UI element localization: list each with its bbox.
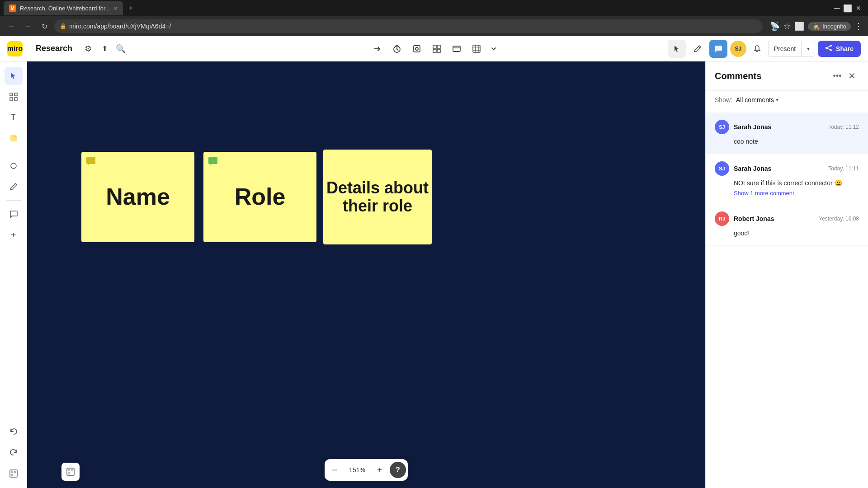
sidebar-tool-shape[interactable] <box>5 157 23 175</box>
tab-title: Research, Online Whiteboard for... <box>20 5 110 12</box>
sidebar-bottom <box>5 423 23 483</box>
zoom-controls: − 151% + ? <box>325 459 408 481</box>
sticky-comment-icon-name <box>86 156 96 169</box>
miro-logo-icon[interactable]: miro <box>7 41 23 56</box>
toolbar-center <box>368 39 500 58</box>
export-button[interactable]: ⬆ <box>96 41 113 57</box>
sidebar-tool-text[interactable]: T <box>5 108 23 127</box>
svg-rect-7 <box>453 46 460 52</box>
sidebar-tool-frames[interactable] <box>5 88 23 106</box>
svg-point-10 <box>826 47 827 49</box>
comment-body-c2: NOt sure if this is correct connector 😀 <box>715 178 859 188</box>
svg-rect-4 <box>437 45 440 48</box>
settings-button[interactable]: ⚙ <box>80 41 96 57</box>
zoom-percentage[interactable]: 151% <box>344 466 370 474</box>
close-icon: ✕ <box>848 70 856 81</box>
comment-item-c1[interactable]: SJ Sarah Jonas Today, 11:12 coo note <box>706 113 868 154</box>
sidebar-tool-select[interactable] <box>5 67 23 85</box>
sidebar-separator-1 <box>6 152 21 152</box>
comment-item-c2[interactable]: SJ Sarah Jonas Today, 11:11 NOt sure if … <box>706 154 868 204</box>
comment-show-more-c2[interactable]: Show 1 more comment <box>715 190 859 197</box>
browser-tab[interactable]: M Research, Online Whiteboard for... × <box>4 1 123 15</box>
filter-caret-icon: ▾ <box>776 97 778 103</box>
browser-tabs: M Research, Online Whiteboard for... × +… <box>0 0 868 16</box>
more-icon: ••• <box>833 71 842 81</box>
share-label: Share <box>836 45 854 52</box>
canvas-area[interactable]: Name Role Details about their role − 151… <box>27 61 705 488</box>
svg-rect-22 <box>86 157 95 164</box>
minimap-button[interactable] <box>61 463 80 481</box>
cursor-mode-button[interactable] <box>668 40 686 58</box>
help-button[interactable]: ? <box>390 462 406 478</box>
svg-rect-20 <box>14 471 16 473</box>
toolbar-more-button[interactable] <box>487 39 500 58</box>
present-caret[interactable]: ▾ <box>801 41 815 56</box>
refresh-button[interactable]: ↻ <box>38 20 51 33</box>
close-window-button[interactable]: × <box>856 4 861 13</box>
comments-panel: Comments ••• ✕ Show: All comments ▾ SJ S… <box>705 61 868 488</box>
left-sidebar: T + <box>0 61 27 488</box>
tool-connector[interactable] <box>368 39 387 58</box>
tool-capture[interactable] <box>407 39 426 58</box>
comment-panel-button[interactable] <box>709 40 727 58</box>
zoom-out-button[interactable]: − <box>326 462 343 478</box>
comments-close-button[interactable]: ✕ <box>844 69 859 83</box>
user-avatar-button[interactable]: SJ <box>730 41 746 57</box>
sidebar-separator-2 <box>6 200 21 201</box>
pen-button[interactable] <box>689 40 707 58</box>
comment-time-c2: Today, 11:11 <box>828 165 859 172</box>
address-bar[interactable]: 🔒 miro.com/app/board/uXjVMqiA6d4=/ <box>54 19 763 33</box>
sticky-note-role[interactable]: Role <box>203 152 316 242</box>
tool-frames[interactable] <box>427 39 446 58</box>
browser-nav: ← → ↻ 🔒 miro.com/app/board/uXjVMqiA6d4=/… <box>0 16 868 36</box>
sidebar-tool-sticky[interactable] <box>5 129 23 147</box>
tool-table[interactable] <box>467 39 486 58</box>
filter-dropdown[interactable]: All comments ▾ <box>736 96 778 103</box>
comment-item-c3[interactable]: RJ Robert Jonas Yesterday, 16:08 good! <box>706 204 868 246</box>
share-icon <box>825 44 832 53</box>
bookmark-icon[interactable]: ☆ <box>783 21 791 31</box>
svg-rect-6 <box>437 49 440 52</box>
share-button[interactable]: Share <box>818 41 861 57</box>
svg-rect-5 <box>433 49 436 52</box>
comment-header-c1: SJ Sarah Jonas Today, 11:12 <box>715 120 859 134</box>
sidebar-tool-comment[interactable] <box>5 205 23 223</box>
tool-timer[interactable] <box>387 39 406 58</box>
back-button[interactable]: ← <box>5 20 18 33</box>
sidebar-tool-pen[interactable] <box>5 178 23 196</box>
divider-name <box>78 43 78 54</box>
svg-rect-26 <box>71 469 73 471</box>
present-button[interactable]: Present ▾ <box>768 41 815 57</box>
comments-more-button[interactable]: ••• <box>830 69 844 83</box>
sidebar-tool-add[interactable]: + <box>5 226 23 244</box>
board-name[interactable]: Research <box>32 44 76 53</box>
svg-rect-23 <box>208 157 217 164</box>
tool-card[interactable] <box>447 39 466 58</box>
minimize-button[interactable]: ─ <box>834 4 840 13</box>
lock-icon: 🔒 <box>60 23 66 29</box>
svg-point-2 <box>415 47 418 50</box>
notifications-button[interactable] <box>749 41 765 57</box>
sticky-note-details[interactable]: Details about their role <box>323 150 432 244</box>
sidebar-tool-undo[interactable] <box>5 423 23 441</box>
incognito-button[interactable]: 🕵 Incognito <box>808 22 851 31</box>
svg-rect-19 <box>11 471 13 473</box>
svg-rect-8 <box>473 45 480 52</box>
sticky-note-name[interactable]: Name <box>81 152 194 242</box>
comment-time-c3: Yesterday, 16:08 <box>819 216 859 222</box>
miro-logo: miro <box>7 41 23 56</box>
maximize-button[interactable]: ⬜ <box>843 4 852 13</box>
search-button[interactable]: 🔍 <box>113 41 129 57</box>
cast-icon[interactable]: 📡 <box>770 21 780 31</box>
filter-label: Show: <box>715 96 732 103</box>
comment-body-c3: good! <box>715 229 859 238</box>
extensions-icon[interactable]: ⋮ <box>854 21 863 31</box>
sidebar-tool-redo[interactable] <box>5 444 23 462</box>
sidebar-tool-minimap[interactable] <box>5 465 23 483</box>
zoom-in-button[interactable]: + <box>372 462 388 478</box>
sidebar-browser-icon[interactable]: ⬜ <box>794 21 804 31</box>
new-tab-button[interactable]: + <box>125 2 137 14</box>
tab-close-button[interactable]: × <box>113 5 117 12</box>
svg-rect-25 <box>68 469 70 471</box>
forward-button[interactable]: → <box>22 20 34 33</box>
